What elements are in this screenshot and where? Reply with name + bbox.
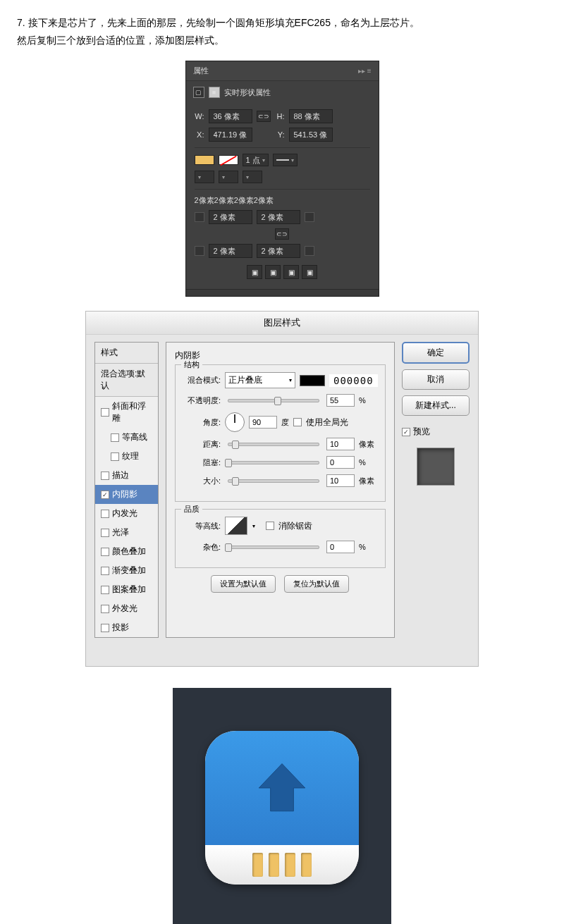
y-input[interactable] [289,128,333,142]
corner-br-input[interactable] [257,244,300,258]
noise-slider[interactable] [228,546,319,549]
style-checkbox[interactable] [111,433,119,442]
structure-title: 结构 [181,359,202,370]
style-item-渐变叠加[interactable]: 渐变叠加 [95,561,158,580]
new-style-button[interactable]: 新建样式... [402,395,470,416]
style-item-颜色叠加[interactable]: 颜色叠加 [95,542,158,561]
style-item-图案叠加[interactable]: 图案叠加 [95,580,158,599]
style-item-label: 描边 [112,469,129,481]
style-checkbox[interactable] [101,605,109,613]
style-item-等高线[interactable]: 等高线 [95,428,158,447]
size-slider[interactable] [228,479,319,483]
inner-shadow-title: 内阴影 [175,350,386,362]
x-input[interactable] [209,128,252,142]
style-item-内发光[interactable]: 内发光 [95,504,158,523]
corner-tl-checkbox[interactable] [195,212,204,222]
corner-tr-checkbox[interactable] [305,212,314,222]
angle-dial[interactable] [225,412,245,432]
width-input[interactable] [209,109,252,123]
pathop-2-icon[interactable]: ▣ [265,265,281,279]
size-input[interactable] [326,474,355,487]
shape-mask-icon[interactable]: ▢ [193,87,204,98]
shadow-color-hex: 000000 [329,374,378,387]
blending-options-item[interactable]: 混合选项:默认 [95,364,158,397]
style-item-label: 外发光 [112,603,137,615]
stroke-width-dropdown[interactable]: 1 点▾ [243,154,269,166]
noise-label: 杂色: [183,542,221,553]
pathop-3-icon[interactable]: ▣ [283,265,299,279]
style-item-光泽[interactable]: 光泽 [95,523,158,542]
shadow-color-swatch[interactable] [300,375,325,386]
fill-swatch[interactable] [195,155,214,165]
preview-checkbox[interactable] [402,428,410,436]
stroke-swatch[interactable] [219,155,238,165]
global-light-checkbox[interactable] [293,418,302,426]
corner-tl-input[interactable] [209,210,252,224]
style-item-外发光[interactable]: 外发光 [95,599,158,618]
chip-pin [285,853,295,877]
style-item-label: 纹理 [122,450,139,462]
style-checkbox[interactable] [101,408,109,417]
antialias-checkbox[interactable] [266,522,274,530]
shape-live-icon[interactable]: ■ [209,87,220,98]
corner-bl-input[interactable] [209,244,252,258]
choke-slider[interactable] [228,461,319,464]
opacity-input[interactable] [326,394,355,407]
style-checkbox[interactable] [101,624,109,632]
style-item-label: 斜面和浮雕 [112,400,152,424]
style-checkbox[interactable] [111,452,119,461]
make-default-button[interactable]: 设置为默认值 [211,575,276,593]
link-corners-icon[interactable]: ⊂⊃ [275,228,289,240]
contour-label: 等高线: [183,521,221,531]
join-dropdown[interactable]: ▾ [243,171,262,183]
style-item-label: 图案叠加 [112,584,146,596]
style-checkbox[interactable] [101,510,109,518]
corner-bl-checkbox[interactable] [195,246,204,256]
pathop-4-icon[interactable]: ▣ [302,265,317,279]
contour-picker[interactable]: ▾ [225,517,247,535]
angle-input[interactable] [249,416,277,429]
pathop-1-icon[interactable]: ▣ [247,265,262,279]
properties-title: 属性 [193,66,209,76]
style-item-斜面和浮雕[interactable]: 斜面和浮雕 [95,397,158,428]
width-label: W: [195,112,204,121]
style-item-label: 光泽 [112,526,129,538]
height-input[interactable] [289,109,333,123]
panel-menu-icon[interactable]: ▸▸ ≡ [358,67,372,75]
style-item-label: 内阴影 [112,488,137,500]
reset-default-button[interactable]: 复位为默认值 [284,575,349,593]
stroke-style-dropdown[interactable]: ▾ [273,154,298,166]
align-dropdown[interactable]: ▾ [195,171,214,183]
cap-dropdown[interactable]: ▾ [219,171,238,183]
style-item-纹理[interactable]: 纹理 [95,447,158,466]
distance-input[interactable] [326,438,355,450]
style-list-header[interactable]: 样式 [95,343,158,364]
style-checkbox[interactable] [101,567,109,575]
noise-input[interactable] [326,541,355,553]
opacity-slider[interactable] [228,399,319,402]
style-checkbox[interactable] [101,548,109,556]
link-wh-icon[interactable]: ⊂⊃ [257,111,271,122]
corner-tr-input[interactable] [257,210,300,224]
cancel-button[interactable]: 取消 [402,369,470,390]
style-checkbox[interactable] [101,529,109,537]
size-label: 大小: [183,476,221,486]
angle-label: 角度: [183,417,221,428]
style-item-描边[interactable]: 描边 [95,466,158,485]
style-checkbox[interactable] [101,491,109,499]
corner-br-checkbox[interactable] [305,246,314,256]
layer-style-dialog: 图层样式 样式 混合选项:默认 斜面和浮雕等高线纹理描边内阴影内发光光泽颜色叠加… [85,311,479,667]
distance-slider[interactable] [228,443,319,446]
style-checkbox[interactable] [101,472,109,480]
blend-mode-select[interactable]: 正片叠底▾ [225,372,295,388]
choke-input[interactable] [326,456,355,469]
preview-thumbnail [417,448,455,486]
style-item-内阴影[interactable]: 内阴影 [95,485,158,504]
ok-button[interactable]: 确定 [402,342,470,364]
result-preview [173,688,391,924]
up-arrow-icon [253,759,311,817]
style-item-投影[interactable]: 投影 [95,618,158,637]
blend-mode-label: 混合模式: [183,375,221,386]
chip-pin [269,853,279,877]
style-checkbox[interactable] [101,586,109,594]
